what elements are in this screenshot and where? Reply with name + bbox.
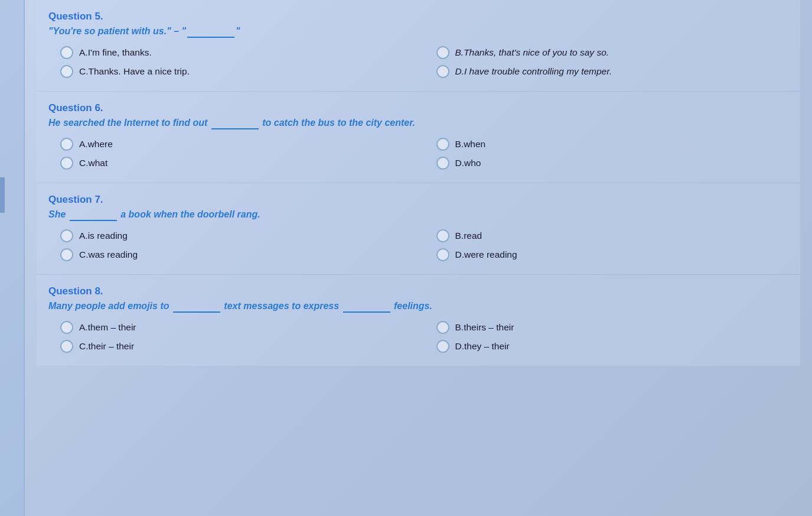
content-area: Question 5. "You're so patient with us."… bbox=[25, 0, 812, 366]
radio-7D[interactable] bbox=[436, 248, 449, 261]
radio-6D[interactable] bbox=[436, 157, 449, 170]
blank-q7 bbox=[70, 209, 117, 221]
radio-5B[interactable] bbox=[436, 46, 449, 59]
prompt-8-part2: text messages to express bbox=[221, 301, 342, 311]
radio-8C[interactable] bbox=[60, 340, 73, 353]
page-container: Question 5. "You're so patient with us."… bbox=[0, 0, 812, 516]
option-5A-text: A.I'm fine, thanks. bbox=[79, 47, 152, 58]
question-5-title: Question 5. bbox=[48, 11, 788, 22]
question-5-options: A.I'm fine, thanks. B.Thanks, that's nic… bbox=[48, 46, 788, 78]
question-8-prompt: Many people add emojis to text messages … bbox=[48, 301, 788, 313]
radio-5D[interactable] bbox=[436, 65, 449, 78]
prompt-8-part1: Many people add emojis to bbox=[48, 301, 172, 311]
radio-6C[interactable] bbox=[60, 157, 73, 170]
radio-5C[interactable] bbox=[60, 65, 73, 78]
question-6-options: A.where B.when C.what D.who bbox=[48, 138, 788, 170]
blank-q6 bbox=[211, 118, 259, 129]
option-7A-text: A.is reading bbox=[79, 231, 128, 241]
option-5A[interactable]: A.I'm fine, thanks. bbox=[60, 46, 413, 59]
radio-6B[interactable] bbox=[436, 138, 449, 151]
question-8-options: A.them – their B.theirs – their C.their … bbox=[48, 321, 788, 353]
option-6D-text: D.who bbox=[455, 158, 481, 168]
prompt-6-before: He searched the Internet to find out bbox=[48, 118, 210, 128]
option-6B-text: B.when bbox=[455, 139, 486, 150]
option-7C[interactable]: C.was reading bbox=[60, 248, 413, 261]
option-8A-text: A.them – their bbox=[79, 322, 136, 333]
sidebar-marker bbox=[0, 177, 5, 213]
question-5-prompt: "You're so patient with us." – " " bbox=[48, 26, 788, 38]
option-7B[interactable]: B.read bbox=[436, 229, 789, 242]
question-7-block: Question 7. She a book when the doorbell… bbox=[37, 183, 800, 274]
question-8-title: Question 8. bbox=[48, 285, 788, 297]
prompt-8-part3: feelings. bbox=[392, 301, 432, 311]
option-7D[interactable]: D.were reading bbox=[436, 248, 789, 261]
question-8-block: Question 8. Many people add emojis to te… bbox=[37, 275, 800, 366]
option-6A[interactable]: A.where bbox=[60, 138, 413, 151]
option-5B-text: B.Thanks, that's nice of you to say so. bbox=[455, 47, 609, 58]
question-5-block: Question 5. "You're so patient with us."… bbox=[37, 0, 800, 91]
option-5C[interactable]: C.Thanks. Have a nice trip. bbox=[60, 65, 413, 78]
radio-5A[interactable] bbox=[60, 46, 73, 59]
prompt-text-after: " bbox=[236, 26, 240, 36]
option-6A-text: A.where bbox=[79, 139, 113, 150]
option-5B[interactable]: B.Thanks, that's nice of you to say so. bbox=[436, 46, 789, 59]
option-7D-text: D.were reading bbox=[455, 249, 517, 260]
option-8B-text: B.theirs – their bbox=[455, 322, 514, 333]
option-7B-text: B.read bbox=[455, 231, 482, 241]
question-6-prompt: He searched the Internet to find out to … bbox=[48, 118, 788, 129]
option-8D-text: D.they – their bbox=[455, 341, 510, 352]
question-7-options: A.is reading B.read C.was reading D.were… bbox=[48, 229, 788, 261]
left-sidebar bbox=[0, 0, 25, 516]
option-5D[interactable]: D.I have trouble controlling my temper. bbox=[436, 65, 789, 78]
question-7-prompt: She a book when the doorbell rang. bbox=[48, 209, 788, 221]
prompt-7-after: a book when the doorbell rang. bbox=[118, 209, 260, 219]
option-6D[interactable]: D.who bbox=[436, 157, 789, 170]
radio-6A[interactable] bbox=[60, 138, 73, 151]
radio-7B[interactable] bbox=[436, 229, 449, 242]
option-7A[interactable]: A.is reading bbox=[60, 229, 413, 242]
option-8C[interactable]: C.their – their bbox=[60, 340, 413, 353]
option-5D-text: D.I have trouble controlling my temper. bbox=[455, 66, 612, 77]
blank-q8-1 bbox=[173, 301, 220, 313]
option-6C-text: C.what bbox=[79, 158, 107, 168]
option-6C[interactable]: C.what bbox=[60, 157, 413, 170]
prompt-7-before: She bbox=[48, 209, 69, 219]
radio-8A[interactable] bbox=[60, 321, 73, 334]
question-7-title: Question 7. bbox=[48, 194, 788, 206]
radio-7C[interactable] bbox=[60, 248, 73, 261]
option-8A[interactable]: A.them – their bbox=[60, 321, 413, 334]
option-8B[interactable]: B.theirs – their bbox=[436, 321, 789, 334]
prompt-text-before: "You're so patient with us." – " bbox=[48, 26, 186, 36]
prompt-6-after: to catch the bus to the city center. bbox=[260, 118, 415, 128]
option-8C-text: C.their – their bbox=[79, 341, 134, 352]
blank-q8-2 bbox=[343, 301, 390, 313]
radio-8B[interactable] bbox=[436, 321, 449, 334]
radio-7A[interactable] bbox=[60, 229, 73, 242]
option-6B[interactable]: B.when bbox=[436, 138, 789, 151]
blank-q5 bbox=[187, 26, 234, 38]
radio-8D[interactable] bbox=[436, 340, 449, 353]
option-8D[interactable]: D.they – their bbox=[436, 340, 789, 353]
question-6-title: Question 6. bbox=[48, 102, 788, 114]
question-6-block: Question 6. He searched the Internet to … bbox=[37, 92, 800, 183]
option-5C-text: C.Thanks. Have a nice trip. bbox=[79, 66, 190, 77]
option-7C-text: C.was reading bbox=[79, 249, 138, 260]
